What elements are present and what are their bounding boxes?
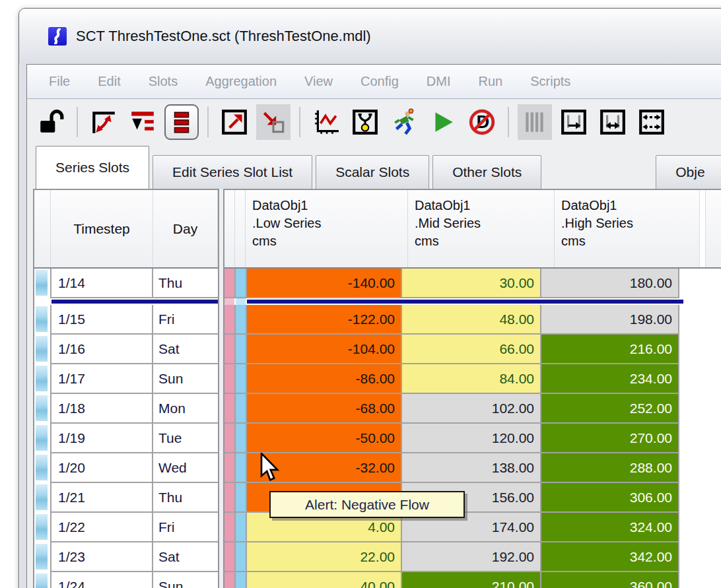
row-selector[interactable] [34,513,52,542]
menu-edit[interactable]: Edit [84,74,134,89]
value-cell[interactable]: 40.00 [247,572,402,588]
menu-config[interactable]: Config [347,74,413,89]
flag-strip-pink[interactable] [224,542,236,572]
expand-slot-icon[interactable] [217,104,252,140]
flag-strip-pink[interactable] [224,305,236,335]
title-bar[interactable]: SCT ThreshTestOne.sct (ThreshTestOne.mdl… [19,9,721,63]
value-cell[interactable]: 252.00 [541,394,679,424]
flag-strip-blue[interactable] [236,394,247,424]
menu-file[interactable]: File [35,74,84,89]
value-cell[interactable]: -68.00 [247,394,402,424]
value-cell[interactable]: 342.00 [541,542,679,572]
shrink-slot-icon[interactable] [256,104,291,140]
tab-edit-series-slot-list[interactable]: Edit Series Slot List [153,155,312,189]
value-cell[interactable]: 48.00 [402,305,541,335]
flag-strip-pink[interactable] [224,394,236,424]
run-control-icon[interactable] [387,104,421,140]
column-header-high-series[interactable]: DataObj1 .High Series cms [555,190,700,267]
start-run-icon[interactable] [426,104,460,140]
flag-strip-pink[interactable] [224,335,236,364]
slot-config-icon[interactable] [348,104,382,140]
aggregation-view-icon[interactable] [125,104,160,140]
list-view-icon[interactable] [164,104,199,140]
row-selector[interactable] [34,269,52,298]
value-cell[interactable]: 22.00 [247,542,402,572]
value-cell[interactable]: 210.00 [402,572,541,588]
menu-dmi[interactable]: DMI [413,74,465,89]
fit-column-width-icon[interactable] [596,104,630,140]
row-selector[interactable] [34,483,52,513]
value-cell[interactable]: 324.00 [541,513,679,542]
menu-scripts[interactable]: Scripts [516,74,584,89]
timestep-cell[interactable]: 1/18 [52,394,153,424]
flag-strip-blue[interactable] [236,305,247,335]
value-cell[interactable]: -104.00 [247,335,402,364]
value-cell[interactable]: -122.00 [247,305,402,335]
flag-strip-blue[interactable] [236,513,247,542]
disable-dmi-icon[interactable]: D [465,104,499,140]
timestep-cell[interactable]: 1/22 [52,513,153,542]
row-selector[interactable] [34,453,52,483]
flag-strip-pink[interactable] [224,424,236,453]
timestep-cell[interactable]: 1/23 [52,542,153,572]
value-cell[interactable]: 138.00 [402,453,541,483]
row-selector[interactable] [34,305,52,335]
column-lines-icon[interactable] [518,104,552,140]
flag-strip-pink[interactable] [224,513,236,542]
tab-other-slots[interactable]: Other Slots [432,155,541,189]
flag-strip-blue[interactable] [236,572,247,588]
timestep-cell[interactable]: 1/17 [52,364,153,394]
timestep-cell[interactable]: 1/15 [52,305,153,335]
row-selector[interactable] [34,335,52,364]
flag-strip-pink[interactable] [224,483,236,513]
fit-all-columns-icon[interactable] [635,104,669,140]
tab-scalar-slots[interactable]: Scalar Slots [316,155,429,189]
row-selector[interactable] [34,542,52,572]
value-cell[interactable]: -50.00 [247,424,402,453]
value-cell[interactable]: -86.00 [247,364,402,394]
row-selector[interactable] [34,572,52,588]
timestep-column-header[interactable]: Timestep [51,190,153,267]
day-column-header[interactable]: Day [153,190,218,267]
value-cell[interactable]: 198.00 [541,305,679,335]
menu-slots[interactable]: Slots [135,74,191,89]
column-header-low-series[interactable]: DataObj1 .Low Series cms [246,190,408,267]
plot-slot-icon[interactable] [309,104,343,140]
tab-series-slots[interactable]: Series Slots [36,146,149,189]
value-cell[interactable]: 216.00 [541,335,679,364]
menu-run[interactable]: Run [465,74,517,89]
value-cell[interactable]: 306.00 [541,483,679,513]
value-cell[interactable]: 30.00 [402,269,541,298]
timestep-cell[interactable]: 1/21 [52,483,153,513]
value-cell[interactable]: -140.00 [247,269,402,298]
timestep-cell[interactable]: 1/19 [52,424,153,453]
flag-strip-blue[interactable] [236,364,247,394]
pivot-timesteps-icon[interactable] [86,104,121,140]
flag-strip-pink[interactable] [224,453,236,483]
value-cell[interactable]: 234.00 [541,364,679,394]
flag-strip-pink[interactable] [224,572,236,588]
flag-strip-blue[interactable] [236,335,247,364]
flag-strip-blue[interactable] [236,269,247,298]
set-column-width-icon[interactable] [557,104,591,140]
flag-strip-pink[interactable] [224,364,236,394]
timestep-cell[interactable]: 1/20 [52,453,153,483]
row-selector[interactable] [34,364,52,394]
flag-strip-blue[interactable] [236,542,247,572]
timestep-cell[interactable]: 1/16 [52,335,153,364]
timestep-cell[interactable]: 1/24 [52,572,153,588]
lock-open-icon[interactable] [34,104,68,140]
column-header-mid-series[interactable]: DataObj1 .Mid Series cms [408,190,555,267]
flag-strip-blue[interactable] [236,424,247,453]
value-cell[interactable]: 84.00 [402,364,541,394]
tab-obje[interactable]: Obje [656,155,721,189]
timestep-cell[interactable]: 1/14 [52,269,153,298]
value-cell[interactable]: 180.00 [541,269,679,298]
value-cell[interactable]: 102.00 [402,394,541,424]
flag-strip-blue[interactable] [236,483,247,513]
flag-strip-pink[interactable] [224,269,236,298]
value-cell[interactable]: 192.00 [402,542,541,572]
value-cell[interactable]: 270.00 [541,424,679,453]
menu-aggregation[interactable]: Aggregation [191,74,291,89]
row-selector[interactable] [34,424,52,453]
